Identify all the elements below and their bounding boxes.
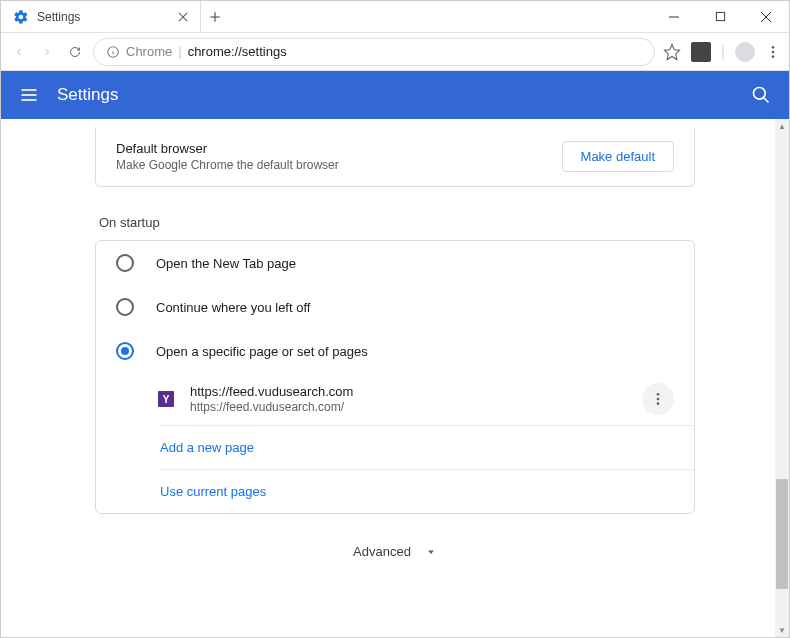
- menu-button[interactable]: [765, 44, 781, 60]
- extension-icon[interactable]: [691, 42, 711, 62]
- forward-button[interactable]: [37, 42, 57, 62]
- svg-rect-5: [716, 12, 724, 20]
- scrollbar-thumb[interactable]: [776, 479, 788, 589]
- scrollbar[interactable]: ▲ ▼: [775, 119, 789, 637]
- search-icon[interactable]: [751, 85, 771, 105]
- svg-marker-11: [664, 44, 679, 59]
- svg-point-13: [772, 50, 775, 53]
- svg-marker-23: [428, 550, 434, 554]
- scroll-down-icon[interactable]: ▼: [775, 623, 789, 637]
- new-tab-button[interactable]: [201, 1, 229, 32]
- browser-tab[interactable]: Settings: [1, 1, 201, 32]
- avatar[interactable]: [735, 42, 755, 62]
- window-controls: [651, 1, 789, 32]
- radio-icon-checked: [116, 342, 134, 360]
- reload-button[interactable]: [65, 42, 85, 62]
- svg-point-22: [657, 402, 660, 405]
- radio-open-newtab[interactable]: Open the New Tab page: [96, 241, 694, 285]
- gear-icon: [13, 9, 29, 25]
- advanced-label: Advanced: [353, 544, 411, 559]
- page-title: Settings: [57, 85, 118, 105]
- startup-section-label: On startup: [99, 215, 695, 230]
- settings-header: Settings: [1, 71, 789, 119]
- scroll-up-icon[interactable]: ▲: [775, 119, 789, 133]
- svg-point-12: [772, 46, 775, 49]
- chevron-down-icon: [425, 546, 437, 558]
- startup-page-url: https://feed.vudusearch.com/: [190, 400, 626, 414]
- maximize-button[interactable]: [697, 1, 743, 32]
- close-window-button[interactable]: [743, 1, 789, 32]
- browser-window: Settings: [0, 0, 790, 638]
- default-browser-title: Default browser: [116, 141, 562, 156]
- page-favicon: Y: [158, 391, 174, 407]
- star-icon[interactable]: [663, 43, 681, 61]
- nav-toolbar: Chrome | chrome://settings |: [1, 33, 789, 71]
- omnibox-prefix: Chrome: [126, 44, 172, 59]
- startup-card: Open the New Tab page Continue where you…: [95, 240, 695, 514]
- svg-point-20: [657, 393, 660, 396]
- title-bar: Settings: [1, 1, 789, 33]
- close-icon[interactable]: [176, 10, 190, 24]
- address-bar[interactable]: Chrome | chrome://settings: [93, 38, 655, 66]
- startup-page-entry: Y https://feed.vudusearch.com https://fe…: [96, 373, 694, 425]
- use-current-pages-link[interactable]: Use current pages: [96, 470, 694, 513]
- svg-point-21: [657, 398, 660, 401]
- tab-title: Settings: [37, 10, 80, 24]
- radio-specific-pages[interactable]: Open a specific page or set of pages: [96, 329, 694, 373]
- svg-line-19: [764, 98, 769, 103]
- startup-page-title: https://feed.vudusearch.com: [190, 384, 626, 399]
- radio-continue[interactable]: Continue where you left off: [96, 285, 694, 329]
- default-browser-subtitle: Make Google Chrome the default browser: [116, 158, 562, 172]
- svg-point-18: [754, 88, 766, 100]
- make-default-button[interactable]: Make default: [562, 141, 674, 172]
- omnibox-url: chrome://settings: [188, 44, 287, 59]
- minimize-button[interactable]: [651, 1, 697, 32]
- hamburger-icon[interactable]: [19, 85, 39, 105]
- info-icon: [106, 45, 120, 59]
- advanced-toggle[interactable]: Advanced: [95, 514, 695, 569]
- more-actions-button[interactable]: [642, 383, 674, 415]
- back-button[interactable]: [9, 42, 29, 62]
- toolbar-right: |: [663, 42, 781, 62]
- radio-icon: [116, 254, 134, 272]
- radio-icon: [116, 298, 134, 316]
- svg-point-14: [772, 55, 775, 58]
- default-browser-card: Default browser Make Google Chrome the d…: [95, 127, 695, 187]
- content-area: Default browser Make Google Chrome the d…: [1, 119, 789, 637]
- add-new-page-link[interactable]: Add a new page: [96, 426, 694, 469]
